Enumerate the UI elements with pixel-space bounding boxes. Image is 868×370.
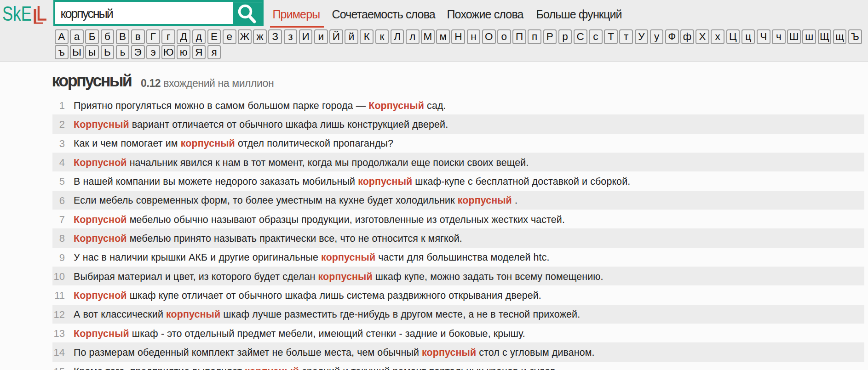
svg-text:SkE: SkE [2,2,32,25]
